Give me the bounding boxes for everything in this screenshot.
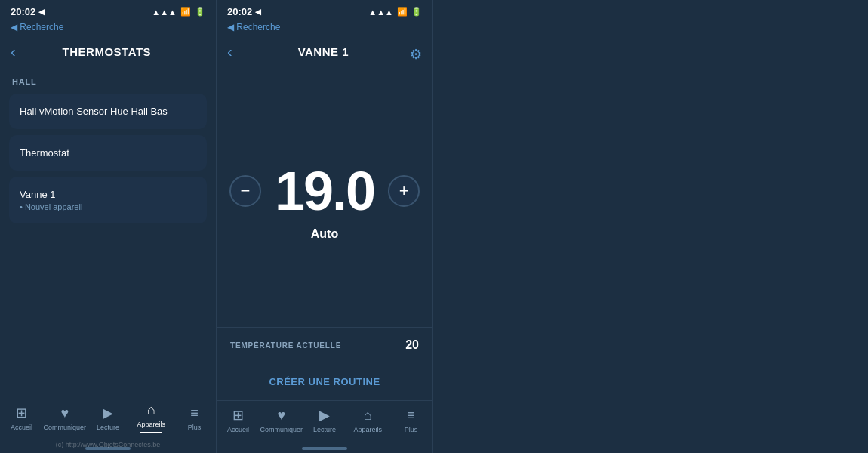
- current-temp-row: TEMPÉRATURE ACTUELLE 20: [217, 327, 432, 362]
- wifi-icon-1: 📶: [180, 7, 191, 17]
- nav-lecture-1[interactable]: ▶ Lecture: [86, 405, 129, 431]
- back-button-2[interactable]: ‹: [227, 43, 232, 60]
- temp-row: − 19.0 +: [229, 164, 420, 218]
- accueil-icon-1: ⊞: [16, 405, 27, 421]
- battery-icon-1: 🔋: [195, 7, 205, 17]
- nav-accueil-1[interactable]: ⊞ Accueil: [0, 405, 43, 431]
- home-bar-2: [302, 447, 347, 450]
- temperature-value: 19.0: [275, 164, 374, 218]
- back-label-2[interactable]: ◀ Recherche: [227, 22, 280, 32]
- nav-header-2: ‹ VANNE 1 ⚙: [217, 39, 432, 69]
- temperature-mode: Auto: [311, 227, 338, 241]
- plus-button[interactable]: +: [388, 175, 420, 207]
- thermostat-detail-panel: 20:02 ◀ ▲▲▲ 📶 🔋 ◀ Recherche ‹ VANNE 1 ⚙ …: [217, 0, 433, 453]
- back-button-1[interactable]: ‹: [11, 43, 16, 60]
- back-bar-2: ◀ Recherche: [217, 20, 432, 39]
- nav-appareils-1[interactable]: ⌂ Appareils: [130, 402, 173, 433]
- back-label-1[interactable]: ◀ Recherche: [11, 22, 63, 32]
- status-icons-2: ▲▲▲ 📶 🔋: [368, 7, 422, 17]
- signal-icon-2: ▲▲▲: [368, 8, 393, 17]
- nav-plus-2[interactable]: ≡ Plus: [389, 408, 432, 433]
- battery-icon-2: 🔋: [411, 7, 422, 17]
- list-item-vanne1[interactable]: Vanne 1 • Nouvel appareil: [9, 177, 207, 223]
- appareils-underline-1: [140, 432, 162, 433]
- thermostat-list-panel: 20:02 ◀ ▲▲▲ 📶 🔋 ◀ Recherche ‹ THERMOSTAT…: [0, 0, 217, 453]
- lecture-label-1: Lecture: [97, 424, 119, 431]
- empty-panel-3: [433, 0, 651, 453]
- wifi-icon-2: 📶: [397, 7, 408, 17]
- page-title-2: VANNE 1: [240, 45, 407, 58]
- list-item-vanne1-title: Vanne 1: [20, 189, 196, 200]
- create-routine-button[interactable]: CRÉER UNE ROUTINE: [217, 362, 432, 400]
- bottom-nav-2: ⊞ Accueil ♥ Communiquer ▶ Lecture ⌂ Appa…: [217, 400, 432, 444]
- plus-icon-2: ≡: [407, 408, 415, 424]
- list-item-vanne1-sub: • Nouvel appareil: [20, 202, 196, 211]
- location-arrow-2: ◀: [255, 8, 261, 16]
- nav-lecture-2[interactable]: ▶ Lecture: [303, 407, 346, 433]
- plus-icon-1: ≡: [190, 405, 199, 421]
- lecture-icon-1: ▶: [103, 405, 113, 421]
- lecture-icon-2: ▶: [319, 407, 330, 424]
- location-arrow-1: ◀: [38, 8, 45, 16]
- status-time-2: 20:02 ◀: [227, 6, 261, 17]
- home-indicator-2: [217, 444, 432, 453]
- accueil-label-2: Accueil: [227, 426, 249, 433]
- nav-appareils-2[interactable]: ⌂ Appareils: [346, 408, 389, 433]
- nav-plus-1[interactable]: ≡ Plus: [173, 405, 216, 431]
- empty-panel-4: [651, 0, 869, 453]
- status-bar-2: 20:02 ◀ ▲▲▲ 📶 🔋: [217, 0, 432, 20]
- nav-header-1: ‹ THERMOSTATS: [0, 39, 216, 69]
- signal-icon-1: ▲▲▲: [152, 8, 177, 17]
- create-routine-label: CRÉER UNE ROUTINE: [269, 376, 380, 387]
- back-bar-1: ◀ Recherche: [0, 20, 216, 39]
- lecture-label-2: Lecture: [313, 426, 336, 433]
- time-label-1: 20:02: [11, 6, 35, 17]
- list-item-thermostat-title: Thermostat: [20, 147, 196, 159]
- communiquer-icon-2: ♥: [277, 408, 285, 424]
- current-temp-value: 20: [405, 338, 419, 352]
- accueil-icon-2: ⊞: [232, 407, 244, 424]
- nav-communiquer-2[interactable]: ♥ Communiquer: [260, 408, 303, 433]
- page-title-1: THERMOSTATS: [23, 45, 190, 58]
- list-item-hall-sensor[interactable]: Hall vMotion Sensor Hue Hall Bas: [9, 94, 207, 129]
- communiquer-label-1: Communiquer: [44, 424, 87, 431]
- communiquer-label-2: Communiquer: [260, 426, 303, 433]
- section-hall: HALL: [0, 69, 216, 91]
- list-item-hall-sensor-title: Hall vMotion Sensor Hue Hall Bas: [20, 106, 196, 117]
- status-icons-1: ▲▲▲ 📶 🔋: [152, 7, 205, 17]
- appareils-icon-2: ⌂: [364, 408, 372, 424]
- status-time-1: 20:02 ◀: [11, 6, 45, 17]
- list-item-thermostat[interactable]: Thermostat: [9, 135, 207, 171]
- appareils-label-1: Appareils: [137, 421, 165, 428]
- nav-communiquer-1[interactable]: ♥ Communiquer: [43, 405, 86, 431]
- time-label-2: 20:02: [227, 6, 252, 17]
- nav-accueil-2[interactable]: ⊞ Accueil: [217, 407, 260, 433]
- appareils-icon-1: ⌂: [147, 402, 155, 418]
- accueil-label-1: Accueil: [11, 424, 32, 431]
- status-bar-1: 20:02 ◀ ▲▲▲ 📶 🔋: [0, 0, 216, 20]
- appareils-label-2: Appareils: [353, 426, 382, 433]
- temp-control-area: − 19.0 + Auto: [217, 69, 432, 327]
- gear-button-2[interactable]: ⚙: [410, 46, 422, 63]
- minus-button[interactable]: −: [229, 175, 261, 207]
- communiquer-icon-1: ♥: [60, 405, 69, 421]
- current-temp-label: TEMPÉRATURE ACTUELLE: [230, 341, 341, 350]
- plus-label-2: Plus: [405, 426, 418, 433]
- plus-label-1: Plus: [188, 424, 202, 431]
- watermark-1: (c) http://www.ObjetsConnectes.be: [0, 436, 216, 453]
